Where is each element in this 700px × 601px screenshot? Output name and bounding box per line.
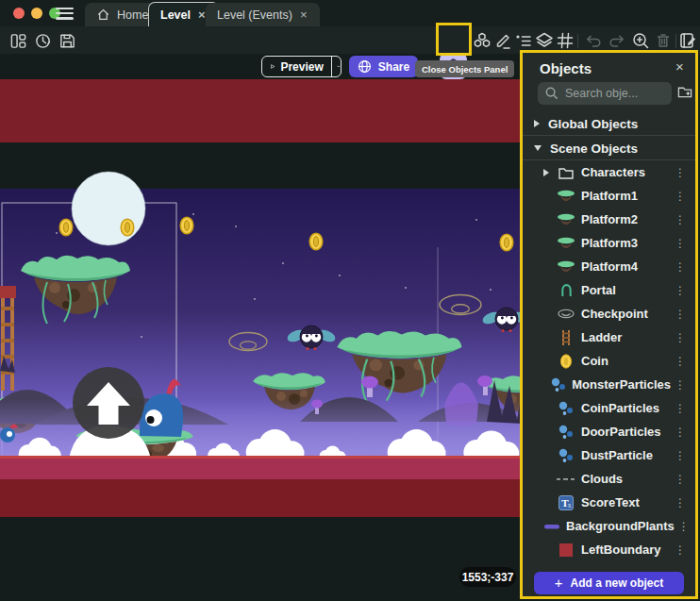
redo-icon[interactable]: [607, 30, 627, 51]
home-icon: [96, 8, 110, 22]
moon-object[interactable]: [72, 172, 145, 245]
tab-label: Level: [160, 8, 191, 22]
kebab-menu-icon[interactable]: ⋮: [671, 166, 690, 179]
search-placeholder: Search obje...: [565, 87, 638, 100]
platform-instance[interactable]: [337, 331, 461, 403]
zoom-in-icon[interactable]: [630, 30, 651, 51]
kebab-menu-icon[interactable]: ⋮: [671, 378, 690, 392]
object-row-characters[interactable]: Characters⋮: [523, 160, 695, 184]
kebab-menu-icon[interactable]: ⋮: [671, 331, 690, 344]
chevron-right-icon[interactable]: [543, 169, 557, 176]
platform-icon: [557, 190, 575, 202]
object-row-platform3[interactable]: Platform3⋮: [523, 231, 695, 255]
section-label: Global Objects: [548, 117, 638, 131]
kebab-menu-icon[interactable]: ⋮: [671, 402, 690, 415]
bat-monster-instance[interactable]: [286, 326, 338, 350]
object-row-ladder[interactable]: Ladder⋮: [523, 326, 695, 349]
coin-instance[interactable]: [59, 219, 73, 236]
panels-icon[interactable]: [8, 30, 28, 51]
scene-editor-canvas[interactable]: [0, 54, 522, 601]
object-row-backgroundplants[interactable]: BackgroundPlants⋮: [523, 514, 695, 538]
object-row-clouds[interactable]: Clouds⋮: [523, 467, 695, 491]
pink-boundary-object[interactable]: [0, 459, 522, 479]
objects-list: Characters⋮Platform1⋮Platform2⋮Platform3…: [523, 160, 695, 561]
coin-instance[interactable]: [500, 234, 513, 251]
bat-monster-instance[interactable]: [481, 308, 522, 332]
bottom-boundary-object[interactable]: [0, 479, 522, 517]
scene-properties-icon[interactable]: [677, 30, 698, 51]
object-row-platform1[interactable]: Platform1⋮: [523, 184, 695, 208]
window-minimize-button[interactable]: [31, 8, 42, 19]
main-menu-icon[interactable]: [56, 8, 74, 20]
object-row-portal[interactable]: Portal⋮: [523, 278, 695, 302]
grid-icon[interactable]: [555, 30, 575, 51]
kebab-menu-icon[interactable]: ⋮: [675, 520, 693, 533]
kebab-menu-icon[interactable]: ⋮: [671, 355, 690, 368]
object-row-leftboundary[interactable]: LeftBoundary⋮: [523, 538, 695, 561]
platform-instance[interactable]: [21, 256, 130, 324]
kebab-menu-icon[interactable]: ⋮: [671, 260, 690, 274]
layers-icon[interactable]: [534, 30, 555, 51]
object-row-monsterparticles[interactable]: MonsterParticles⋮: [523, 373, 695, 396]
object-row-dustparticle[interactable]: DustParticle⋮: [523, 443, 695, 467]
edit-pencil-icon[interactable]: [492, 30, 513, 51]
add-object-label: Add a new object: [571, 576, 664, 590]
object-row-checkpoint[interactable]: Checkpoint⋮: [523, 302, 695, 326]
coin-instance[interactable]: [309, 233, 323, 250]
search-input[interactable]: Search obje...: [538, 82, 672, 105]
object-row-coin[interactable]: Coin⋮: [523, 349, 695, 373]
object-row-platform2[interactable]: Platform2⋮: [523, 208, 695, 231]
coin-instance[interactable]: [121, 219, 134, 236]
kebab-menu-icon[interactable]: ⋮: [671, 449, 690, 462]
section-global-objects[interactable]: Global Objects: [523, 112, 695, 136]
kebab-menu-icon[interactable]: ⋮: [671, 473, 690, 486]
undo-icon[interactable]: [583, 30, 604, 51]
platform-icon: [557, 260, 575, 273]
instances-list-icon[interactable]: [513, 30, 534, 51]
checkpoint-icon: [557, 309, 575, 319]
object-row-platform4[interactable]: Platform4⋮: [523, 255, 695, 278]
object-label: Platform1: [581, 189, 671, 203]
ladder-instance[interactable]: [0, 286, 16, 391]
window-close-button[interactable]: [13, 8, 25, 19]
object-label: ScoreText: [581, 495, 671, 509]
kebab-menu-icon[interactable]: ⋮: [671, 213, 690, 226]
close-panel-icon[interactable]: ×: [675, 58, 684, 75]
object-label: Ladder: [581, 330, 671, 344]
object-label: Checkpoint: [581, 307, 671, 321]
preview-button[interactable]: Preview: [261, 56, 342, 77]
object-row-coinparticles[interactable]: CoinParticles⋮: [523, 396, 695, 420]
kebab-menu-icon[interactable]: ⋮: [671, 426, 690, 439]
kebab-menu-icon[interactable]: ⋮: [671, 543, 690, 557]
chevron-down-icon[interactable]: [337, 63, 341, 70]
object-groups-icon[interactable]: [472, 30, 492, 51]
tab-level-events[interactable]: Level (Events) ×: [206, 3, 320, 26]
ufo-sketch: [229, 333, 267, 351]
toolbar-separator: [577, 34, 578, 48]
section-scene-objects[interactable]: Scene Objects: [523, 137, 695, 160]
jump-arrow-button-object[interactable]: [73, 367, 144, 439]
history-icon[interactable]: [32, 30, 53, 51]
kebab-menu-icon[interactable]: ⋮: [671, 237, 690, 250]
close-tab-icon[interactable]: ×: [299, 8, 308, 21]
kebab-menu-icon[interactable]: ⋮: [671, 190, 690, 203]
objects-panel: Objects × Search obje... Global Objects …: [523, 53, 695, 596]
object-row-scoretext[interactable]: TxScoreText⋮: [523, 491, 695, 514]
add-folder-icon[interactable]: [677, 85, 692, 103]
kebab-menu-icon[interactable]: ⋮: [671, 308, 690, 321]
kebab-menu-icon[interactable]: ⋮: [671, 496, 690, 509]
kebab-menu-icon[interactable]: ⋮: [671, 284, 690, 297]
object-label: Characters: [581, 165, 671, 179]
trash-icon[interactable]: [653, 30, 674, 51]
save-icon[interactable]: [57, 30, 77, 51]
scene-artwork: [0, 54, 522, 601]
object-row-doorparticles[interactable]: DoorParticles⋮: [523, 420, 695, 443]
globe-icon: [358, 59, 372, 74]
share-button[interactable]: Share: [349, 56, 418, 77]
coin-instance[interactable]: [180, 217, 193, 234]
object-label: Clouds: [581, 472, 671, 486]
gdevelop-editor-window: { "window": { "traffic_lights": ["#ee6a5…: [0, 0, 700, 601]
object-label: Platform3: [581, 236, 671, 250]
add-new-object-button[interactable]: + Add a new object: [534, 572, 684, 594]
object-label: Coin: [581, 354, 671, 368]
